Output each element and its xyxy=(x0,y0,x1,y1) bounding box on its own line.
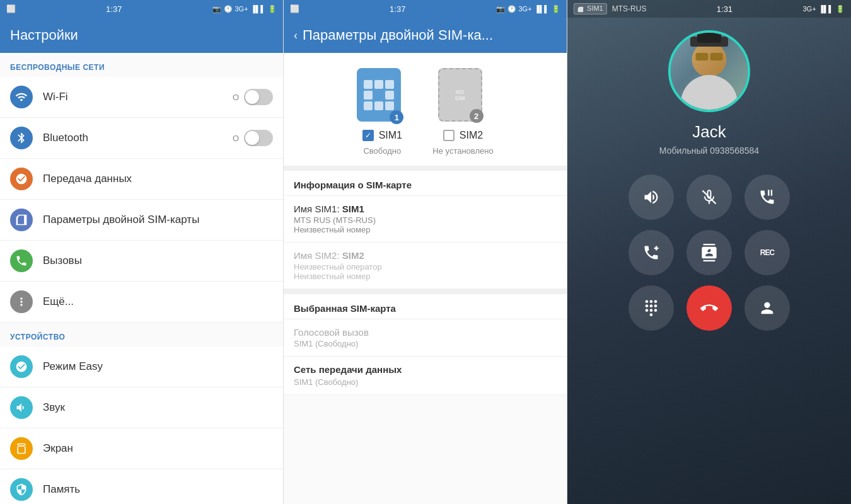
sim1-card-icon: 1 xyxy=(357,68,407,125)
memory-icon xyxy=(10,478,33,501)
call-content: Jack Мобильный 0938568584 REC xyxy=(567,18,851,504)
no-sim-label: NOSIM xyxy=(454,89,465,101)
sim-selected-title: Выбранная SIM-карта xyxy=(284,294,567,319)
avatar-hat-top xyxy=(697,33,721,43)
settings-item-screen[interactable]: Экран xyxy=(0,428,283,469)
sim1-badge: 1 xyxy=(390,110,403,124)
sim-divider-1 xyxy=(284,166,567,171)
settings-item-memory[interactable]: Память xyxy=(0,469,283,504)
status-icons-2: 📷 🕐 3G+ ▐▌▌ 🔋 xyxy=(496,5,561,13)
call-contact-name: Jack xyxy=(692,122,726,142)
settings-content: БЕСПРОВОДНЫЕ СЕТИ Wi-Fi O Bluetooth O Пе… xyxy=(0,53,283,504)
sim1-shape: 1 xyxy=(357,68,401,122)
bluetooth-label: Bluetooth xyxy=(43,132,233,144)
sim-cards-row: 1 ✓ SIM1 Свободно NOSIM 2 xyxy=(284,53,567,166)
data-network-row[interactable]: Сеть передачи данных SIM1 (Свободно) xyxy=(284,357,567,395)
memory-label: Память xyxy=(43,483,273,496)
sim-info-title: Информация о SIM-карте xyxy=(284,171,567,196)
settings-item-more[interactable]: Ещё... xyxy=(0,282,283,323)
wireless-section-header: БЕСПРОВОДНЫЕ СЕТИ xyxy=(0,53,283,77)
sim1-label-row: ✓ SIM1 xyxy=(362,130,402,141)
mute-button[interactable] xyxy=(686,175,732,220)
device-section-header: УСТРОЙСТВО xyxy=(0,323,283,346)
sim2-card: NOSIM 2 SIM2 Не установлено xyxy=(432,68,493,156)
voice-call-row[interactable]: Голосовой вызов SIM1 (Свободно) xyxy=(284,319,567,357)
sound-label: Звук xyxy=(43,401,273,414)
sim1-sub: Свободно xyxy=(363,146,401,156)
call-sim-chip: SIM1 xyxy=(574,3,607,14)
end-call-button[interactable] xyxy=(686,285,732,331)
settings-item-sound[interactable]: Звук xyxy=(0,387,283,428)
sim-divider-2 xyxy=(284,289,567,294)
back-icon[interactable]: ‹ xyxy=(294,29,298,42)
status-time-1: 1:37 xyxy=(106,4,122,14)
call-time: 1:31 xyxy=(717,4,732,14)
sim-info-section: Информация о SIM-карте Имя SIM1: SIM1 MT… xyxy=(284,171,567,289)
settings-panel: ⬜ 1:37 📷 🕐 3G+ ▐▌▌ 🔋 Настройки БЕСПРОВОД… xyxy=(0,0,284,504)
sim1-operator: MTS RUS (MTS-RUS) xyxy=(294,215,557,225)
calls-icon xyxy=(10,249,33,272)
sim-icon xyxy=(10,209,33,231)
sim2-badge: 2 xyxy=(470,109,483,123)
wifi-toggle[interactable] xyxy=(244,89,273,105)
sim1-checkbox[interactable]: ✓ xyxy=(362,130,374,141)
keypad-button[interactable] xyxy=(628,285,674,331)
settings-item-data[interactable]: Передача данных xyxy=(0,159,283,200)
sim-content: 1 ✓ SIM1 Свободно NOSIM 2 xyxy=(284,53,567,504)
sim-selected-section: Выбранная SIM-карта Голосовой вызов SIM1… xyxy=(284,294,567,395)
settings-item-sim[interactable]: Параметры двойной SIM-карты xyxy=(0,200,283,241)
call-buttons-row3 xyxy=(628,285,790,331)
avatar-glasses xyxy=(696,53,723,60)
status-time-2: 1:37 xyxy=(390,4,405,14)
avatar-placeholder xyxy=(671,33,748,110)
call-sim-info: SIM1 MTS-RUS xyxy=(574,3,646,14)
call-panel: SIM1 MTS-RUS 1:31 3G+ ▐▌▌ 🔋 xyxy=(567,0,851,504)
settings-title: Настройки xyxy=(10,27,78,43)
sim2-shape: NOSIM 2 xyxy=(438,68,482,122)
bluetooth-icon xyxy=(10,127,33,149)
record-button[interactable]: REC xyxy=(744,230,790,275)
status-bar-1: ⬜ 1:37 📷 🕐 3G+ ▐▌▌ 🔋 xyxy=(0,0,283,18)
call-status-bar: SIM1 MTS-RUS 1:31 3G+ ▐▌▌ 🔋 xyxy=(567,0,851,18)
settings-item-easy[interactable]: Режим Easy xyxy=(0,346,283,387)
call-buttons-row1 xyxy=(628,175,790,220)
sim-title: Параметры двойной SIM-ка... xyxy=(303,27,493,43)
sim2-label-row: SIM2 xyxy=(443,130,483,141)
hold-button[interactable] xyxy=(744,175,790,220)
settings-item-calls[interactable]: Вызовы xyxy=(0,241,283,282)
data-icon xyxy=(10,168,33,190)
sim2-sub: Не установлено xyxy=(432,146,493,156)
sound-icon xyxy=(10,396,33,419)
call-avatar xyxy=(668,30,750,112)
sim1-name: SIM1 xyxy=(379,130,402,141)
speaker-button[interactable] xyxy=(628,175,674,220)
sim2-info-main: Имя SIM2: SIM2 xyxy=(294,250,557,261)
settings-item-wifi[interactable]: Wi-Fi O xyxy=(0,77,283,118)
bluetooth-toggle[interactable] xyxy=(244,130,273,146)
status-icons-1: 📷 🕐 3G+ ▐▌▌ 🔋 xyxy=(212,5,277,13)
settings-item-bluetooth[interactable]: Bluetooth O xyxy=(0,118,283,159)
sim-label: Параметры двойной SIM-карты xyxy=(43,214,273,226)
contact-info-button[interactable] xyxy=(744,285,790,331)
screen-icon xyxy=(10,437,33,460)
calls-label: Вызовы xyxy=(43,255,273,267)
add-call-button[interactable] xyxy=(628,230,674,275)
sim2-number: Неизвестный номер xyxy=(294,272,557,281)
contacts-button[interactable] xyxy=(686,230,732,275)
sim2-checkbox[interactable] xyxy=(443,130,454,141)
sim1-card: 1 ✓ SIM1 Свободно xyxy=(357,68,407,156)
sim1-info-row: Имя SIM1: SIM1 MTS RUS (MTS-RUS) Неизвес… xyxy=(284,196,567,243)
rec-label: REC xyxy=(760,248,774,257)
sim2-card-icon: NOSIM 2 xyxy=(438,68,489,125)
screen-label: Экран xyxy=(43,442,273,455)
voice-call-label: Голосовой вызов xyxy=(294,327,557,338)
call-contact-number: Мобильный 0938568584 xyxy=(659,146,759,156)
voice-call-sub: SIM1 (Свободно) xyxy=(294,339,557,348)
data-network-sub: SIM1 (Свободно) xyxy=(294,377,557,387)
sim-top-bar: ‹ Параметры двойной SIM-ка... xyxy=(284,18,567,53)
sim1-grid xyxy=(364,80,394,110)
sim1-number: Неизвестный номер xyxy=(294,225,557,234)
status-bar-2: ⬜ 1:37 📷 🕐 3G+ ▐▌▌ 🔋 xyxy=(284,0,567,18)
status-left: ⬜ xyxy=(6,4,16,13)
sim2-info-row: Имя SIM2: SIM2 Неизвестный оператор Неиз… xyxy=(284,243,567,289)
